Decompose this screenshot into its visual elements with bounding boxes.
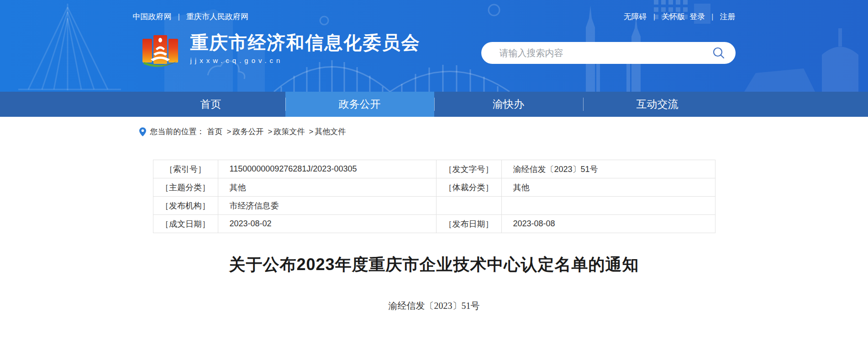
- document-meta-table: ［索引号］ 11500000009276281J/2023-00305 ［发文字…: [153, 160, 715, 233]
- meta-label-empty: [436, 197, 501, 215]
- brand-text: 重庆市经济和信息化委员会 jjxxw.cq.gov.cn: [190, 32, 421, 64]
- link-register[interactable]: 注册: [720, 11, 736, 22]
- site-brand[interactable]: 重庆市经济和信息化委员会 jjxxw.cq.gov.cn: [142, 32, 421, 70]
- document-number: 渝经信发〔2023〕51号: [153, 300, 715, 312]
- divider: |: [178, 12, 180, 21]
- breadcrumb-separator: >: [268, 127, 272, 136]
- meta-label-issuing-agency: ［发布机构］: [153, 197, 218, 215]
- nav-tab-interaction[interactable]: 互动交流: [583, 92, 732, 117]
- link-login[interactable]: 登录: [689, 11, 705, 22]
- search-input[interactable]: [481, 48, 712, 58]
- theatre-silhouette-icon: [744, 68, 815, 92]
- breadcrumb-prefix: 您当前的位置：: [150, 126, 205, 137]
- breadcrumb-home[interactable]: 首页: [207, 126, 223, 137]
- meta-value-issuing-agency: 市经济信息委: [218, 197, 436, 215]
- article-title: 关于公布2023年度重庆市企业技术中心认定名单的通知: [153, 254, 715, 276]
- table-row: ［发布机构］ 市经济信息委: [153, 197, 715, 215]
- meta-value-written-date: 2023-08-02: [218, 215, 436, 233]
- account-links: 无障碍 | 关怀版 登录 | 注册: [624, 11, 736, 22]
- nav-tab-gov-disclosure[interactable]: 政务公开: [285, 92, 434, 117]
- meta-value-doc-no: 渝经信发〔2023〕51号: [501, 160, 715, 178]
- search-icon[interactable]: [712, 46, 726, 60]
- breadcrumb-separator: >: [309, 127, 313, 136]
- main-nav: 首页 政务公开 渝快办 互动交流: [0, 92, 868, 117]
- content-area: 您当前的位置： 首页 > 政务公开 > 政策文件 > 其他文件 ［索引号］ 11…: [153, 117, 715, 312]
- table-row: ［成文日期］ 2023-08-02 ［发布日期］ 2023-08-08: [153, 215, 715, 233]
- meta-label-written-date: ［成文日期］: [153, 215, 218, 233]
- site-header: 中国政府网 | 重庆市人民政府网 无障碍 | 关怀版 登录 | 注册: [0, 0, 868, 92]
- meta-label-publish-date: ［发布日期］: [436, 215, 501, 233]
- meta-label-topic-category: ［主题分类］: [153, 178, 218, 197]
- location-pin-icon: [139, 127, 146, 136]
- link-accessibility[interactable]: 无障碍: [624, 11, 647, 22]
- meta-value-index-no: 11500000009276281J/2023-00305: [218, 160, 436, 178]
- breadcrumb-separator: >: [227, 127, 231, 136]
- link-china-gov[interactable]: 中国政府网: [133, 11, 172, 22]
- breadcrumb: 您当前的位置： 首页 > 政务公开 > 政策文件 > 其他文件: [139, 126, 715, 137]
- breadcrumb-other-files[interactable]: 其他文件: [315, 126, 346, 137]
- site-url: jjxxw.cq.gov.cn: [190, 57, 421, 64]
- table-row: ［索引号］ 11500000009276281J/2023-00305 ［发文字…: [153, 160, 715, 178]
- meta-value-genre-category: 其他: [501, 178, 715, 197]
- nav-tab-home[interactable]: 首页: [137, 92, 285, 117]
- cable-bridge-icon: [18, 4, 121, 90]
- top-links-bar: 中国政府网 | 重庆市人民政府网 无障碍 | 关怀版 登录 | 注册: [133, 0, 736, 22]
- divider: |: [653, 12, 655, 21]
- meta-label-doc-no: ［发文字号］: [436, 160, 501, 178]
- breadcrumb-gov-disclosure[interactable]: 政务公开: [232, 126, 263, 137]
- table-row: ［主题分类］ 其他 ［体裁分类］ 其他: [153, 178, 715, 197]
- site-logo-icon: [142, 32, 179, 70]
- nav-tab-yukuaiban[interactable]: 渝快办: [434, 92, 583, 117]
- breadcrumb-policy-files[interactable]: 政策文件: [274, 126, 305, 137]
- divider: |: [711, 12, 713, 21]
- dome-building-icon: [822, 28, 858, 92]
- link-care-version[interactable]: 关怀版: [662, 11, 685, 22]
- meta-value-publish-date: 2023-08-08: [501, 215, 715, 233]
- site-name: 重庆市经济和信息化委员会: [190, 32, 421, 53]
- meta-label-genre-category: ［体裁分类］: [436, 178, 501, 197]
- link-cq-gov[interactable]: 重庆市人民政府网: [186, 11, 248, 22]
- meta-value-topic-category: 其他: [218, 178, 436, 197]
- meta-value-empty: [501, 197, 715, 215]
- gov-links: 中国政府网 | 重庆市人民政府网: [133, 11, 248, 22]
- search-box: [481, 42, 736, 64]
- meta-label-index-no: ［索引号］: [153, 160, 218, 178]
